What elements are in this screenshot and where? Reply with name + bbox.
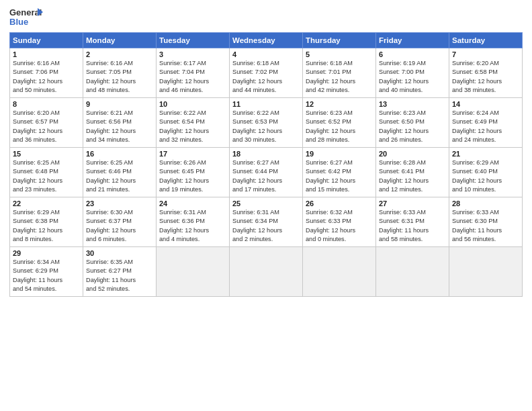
cell-info-line: and 54 minutes. — [13, 285, 80, 293]
cell-info-line: and 15 minutes. — [306, 185, 373, 194]
cell-info-line: Daylight: 11 hours — [13, 276, 80, 285]
cell-info-line: Sunset: 6:36 PM — [159, 217, 226, 226]
cell-info-line: and 46 minutes. — [159, 86, 226, 95]
cell-info-line: and 52 minutes. — [86, 285, 153, 293]
cell-info-line: Sunrise: 6:23 AM — [379, 109, 446, 118]
cell-info-line: and 8 minutes. — [13, 235, 80, 244]
cell-info-line: Daylight: 12 hours — [13, 127, 80, 136]
cell-info-line: and 26 minutes. — [379, 136, 446, 144]
calendar-cell: 3Sunrise: 6:17 AMSunset: 7:04 PMDaylight… — [157, 48, 230, 98]
calendar-cell: 2Sunrise: 6:16 AMSunset: 7:05 PMDaylight… — [83, 48, 157, 98]
cell-info-line: Sunset: 6:34 PM — [232, 217, 300, 226]
cell-info-line: Daylight: 12 hours — [306, 226, 373, 235]
cell-info-line: Sunrise: 6:28 AM — [379, 158, 446, 167]
cell-info-line: Daylight: 12 hours — [159, 226, 226, 235]
cell-info-line: Sunset: 7:02 PM — [232, 68, 300, 77]
calendar-cell: 21Sunrise: 6:29 AMSunset: 6:40 PMDayligh… — [449, 148, 523, 197]
calendar-cell — [157, 247, 230, 297]
cell-info-line: Daylight: 12 hours — [13, 77, 80, 86]
header: GeneralBlue — [9, 7, 523, 28]
cell-info-line: Daylight: 12 hours — [452, 127, 519, 136]
cell-info-line: and 38 minutes. — [452, 86, 519, 95]
cell-info-line: Sunset: 6:58 PM — [452, 68, 519, 77]
col-header-monday: Monday — [83, 33, 157, 48]
cell-info-line: Sunset: 6:49 PM — [452, 118, 519, 126]
cell-info-line: and 48 minutes. — [86, 86, 153, 95]
cell-info-line: Sunrise: 6:26 AM — [159, 158, 226, 167]
calendar-cell: 11Sunrise: 6:22 AMSunset: 6:53 PMDayligh… — [230, 98, 303, 148]
cell-info-line: Daylight: 12 hours — [159, 127, 226, 136]
cell-info-line: and 56 minutes. — [452, 235, 519, 244]
cell-info-line: Sunset: 6:57 PM — [13, 118, 80, 126]
day-number: 12 — [306, 100, 373, 108]
main-container: GeneralBlue SundayMondayTuesdayWednesday… — [0, 0, 532, 301]
day-number: 15 — [13, 150, 80, 158]
day-number: 2 — [86, 50, 153, 58]
cell-info-line: and 36 minutes. — [13, 136, 80, 144]
cell-info-line: Sunset: 7:00 PM — [379, 68, 446, 77]
logo: GeneralBlue — [9, 7, 47, 28]
day-number: 6 — [379, 50, 446, 58]
cell-info-line: and 12 minutes. — [379, 185, 446, 194]
cell-info-line: Sunrise: 6:34 AM — [13, 258, 80, 267]
calendar-cell — [230, 247, 303, 297]
cell-info-line: Sunset: 6:40 PM — [452, 167, 519, 176]
cell-info-line: and 58 minutes. — [379, 235, 446, 244]
cell-info-line: and 0 minutes. — [306, 235, 373, 244]
cell-info-line: Sunrise: 6:33 AM — [379, 208, 446, 217]
cell-info-line: Sunset: 6:56 PM — [86, 118, 153, 126]
calendar-cell: 22Sunrise: 6:29 AMSunset: 6:38 PMDayligh… — [10, 197, 83, 247]
calendar-cell: 29Sunrise: 6:34 AMSunset: 6:29 PMDayligh… — [10, 247, 83, 297]
cell-info-line: Sunrise: 6:16 AM — [86, 59, 153, 68]
cell-info-line: Sunset: 6:46 PM — [86, 167, 153, 176]
cell-info-line: and 40 minutes. — [379, 86, 446, 95]
day-number: 25 — [232, 199, 300, 208]
calendar-cell: 27Sunrise: 6:33 AMSunset: 6:31 PMDayligh… — [376, 197, 449, 247]
calendar-cell: 24Sunrise: 6:31 AMSunset: 6:36 PMDayligh… — [157, 197, 230, 247]
cell-info-line: Sunrise: 6:25 AM — [13, 158, 80, 167]
calendar-cell: 9Sunrise: 6:21 AMSunset: 6:56 PMDaylight… — [83, 98, 157, 148]
cell-info-line: Sunset: 6:29 PM — [13, 267, 80, 275]
cell-info-line: Sunrise: 6:20 AM — [452, 59, 519, 68]
cell-info-line: Sunrise: 6:17 AM — [159, 59, 226, 68]
cell-info-line: Sunset: 6:42 PM — [306, 167, 373, 176]
day-number: 16 — [86, 150, 153, 158]
day-number: 21 — [452, 150, 519, 158]
cell-info-line: Sunrise: 6:29 AM — [452, 158, 519, 167]
svg-text:Blue: Blue — [9, 17, 28, 27]
cell-info-line: Sunrise: 6:31 AM — [159, 208, 226, 217]
day-number: 5 — [306, 50, 373, 58]
cell-info-line: Daylight: 12 hours — [452, 77, 519, 86]
cell-info-line: Sunset: 6:41 PM — [379, 167, 446, 176]
cell-info-line: and 6 minutes. — [86, 235, 153, 244]
cell-info-line: Sunset: 6:27 PM — [86, 267, 153, 275]
cell-info-line: and 17 minutes. — [232, 185, 300, 194]
cell-info-line: Sunrise: 6:31 AM — [232, 208, 300, 217]
day-number: 11 — [232, 100, 300, 108]
day-number: 23 — [86, 199, 153, 208]
col-header-tuesday: Tuesday — [157, 33, 230, 48]
calendar-cell: 10Sunrise: 6:22 AMSunset: 6:54 PMDayligh… — [157, 98, 230, 148]
cell-info-line: Sunrise: 6:25 AM — [86, 158, 153, 167]
calendar-cell: 26Sunrise: 6:32 AMSunset: 6:33 PMDayligh… — [303, 197, 376, 247]
cell-info-line: Sunrise: 6:35 AM — [86, 258, 153, 267]
calendar-cell: 23Sunrise: 6:30 AMSunset: 6:37 PMDayligh… — [83, 197, 157, 247]
day-number: 19 — [306, 150, 373, 158]
cell-info-line: and 44 minutes. — [232, 86, 300, 95]
cell-info-line: and 42 minutes. — [306, 86, 373, 95]
cell-info-line: Sunset: 6:30 PM — [452, 217, 519, 226]
calendar-cell: 16Sunrise: 6:25 AMSunset: 6:46 PMDayligh… — [83, 148, 157, 197]
cell-info-line: Daylight: 12 hours — [306, 127, 373, 136]
calendar-cell: 6Sunrise: 6:19 AMSunset: 7:00 PMDaylight… — [376, 48, 449, 98]
cell-info-line: Sunset: 6:48 PM — [13, 167, 80, 176]
cell-info-line: Sunrise: 6:18 AM — [306, 59, 373, 68]
calendar-cell — [303, 247, 376, 297]
col-header-sunday: Sunday — [10, 33, 83, 48]
calendar-cell: 12Sunrise: 6:23 AMSunset: 6:52 PMDayligh… — [303, 98, 376, 148]
cell-info-line: Sunset: 6:31 PM — [379, 217, 446, 226]
cell-info-line: Sunrise: 6:22 AM — [232, 109, 300, 118]
day-number: 30 — [86, 249, 153, 257]
cell-info-line: Sunset: 7:04 PM — [159, 68, 226, 77]
cell-info-line: Sunrise: 6:27 AM — [232, 158, 300, 167]
cell-info-line: Sunrise: 6:18 AM — [232, 59, 300, 68]
